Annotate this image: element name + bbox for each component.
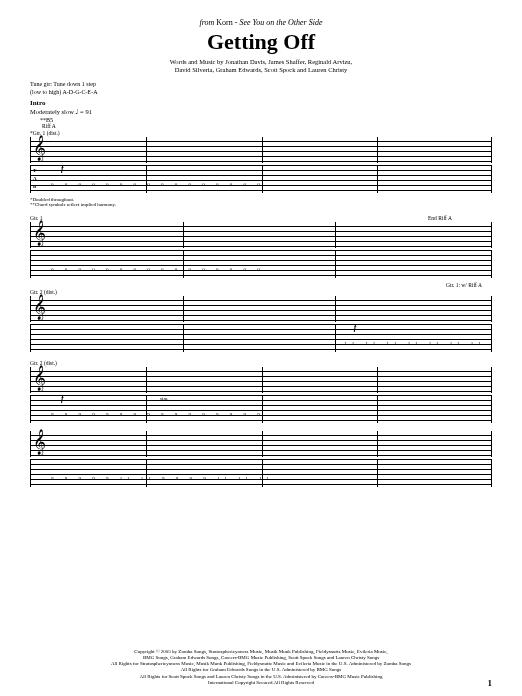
credits-line-2: David Silveria, Graham Edwards, Scott Sp… [30, 66, 492, 74]
sheet-music-page: from Korn - See You on the Other Side Ge… [0, 0, 522, 696]
footnote-2: **Chord symbols reflect implied harmony. [30, 202, 492, 207]
credits-line-1: Words and Music by Jonathan Davis, James… [30, 58, 492, 66]
tab-clef: T A B [33, 167, 37, 191]
treble-clef-icon: 𝄞 [33, 429, 46, 455]
tab-staff-4: 9 9 9 9 9 11 11 9 9 9 9 11 11 11 [30, 459, 492, 487]
notation-staff-3: 𝄞 f sim. [30, 367, 492, 393]
system-2: Gtr. 1 End Riff A 𝄞 0 0 0 0 0 0 0 0 0 0 … [30, 215, 492, 352]
source-line: from Korn - See You on the Other Side [30, 18, 492, 27]
gtr2-label: Gtr. 2 (dist.) [30, 289, 492, 295]
credits: Words and Music by Jonathan Davis, James… [30, 58, 492, 75]
tab-staff-2a: 0 0 0 0 0 0 0 0 0 0 0 0 0 0 0 0 [30, 250, 492, 278]
header: from Korn - See You on the Other Side Ge… [30, 18, 492, 75]
treble-clef-icon: 𝄞 [33, 135, 46, 161]
system-3: Gtr. 2 (dist.) 𝄞 f sim. 9 9 9 9 9 9 9 9 … [30, 360, 492, 423]
tab-numbers-1: 0 0 0 0 0 0 0 0 0 0 0 0 0 0 0 0 [51, 182, 488, 187]
tab-numbers-2b: 11 11 11 11 11 11 11 11 11 11 11 11 [344, 341, 488, 346]
tuning-line-1: Tune gtr: Tune down 1 step [30, 81, 492, 89]
copyright-l6: International Copyright Secured All Righ… [30, 680, 492, 686]
gtr2-label-2: Gtr. 2 (dist.) [30, 360, 492, 366]
notation-staff-2b: 𝄞 f [30, 296, 492, 322]
tempo-marking: Moderately slow ♩ = 91 [30, 108, 492, 116]
tab-staff-1: T A B 0 0 0 0 0 0 0 0 0 0 0 0 0 0 0 0 [30, 165, 492, 193]
notation-staff-4: 𝄞 [30, 431, 492, 457]
footnotes: *Doubled throughout. **Chord symbols ref… [30, 197, 492, 207]
riff-a-label: Riff A [30, 123, 492, 129]
copyright-block: Copyright © 2005 by Zomba Songs, Stratos… [30, 649, 492, 687]
album-name: See You on the Other Side [239, 18, 322, 27]
system-1: Riff A *Gtr. 1 (dist.) 𝄞 f T A B 0 0 0 0… [30, 123, 492, 207]
tab-staff-2b: 11 11 11 11 11 11 11 11 11 11 11 11 [30, 324, 492, 352]
treble-clef-icon: 𝄞 [33, 365, 46, 391]
treble-clef-icon: 𝄞 [33, 220, 46, 246]
song-title: Getting Off [30, 29, 492, 55]
tuning-line-2: (low to high) A-D-G-C-E-A [30, 89, 492, 97]
treble-clef-icon: 𝄞 [33, 294, 46, 320]
tuning-notes: Tune gtr: Tune down 1 step (low to high)… [30, 81, 492, 97]
gtr1-wriff-label: Gtr. 1: w/ Riff A [30, 282, 482, 288]
page-number: 1 [488, 678, 493, 688]
tab-numbers-4: 9 9 9 9 9 11 11 9 9 9 9 11 11 11 [51, 476, 488, 481]
tab-numbers-2a: 0 0 0 0 0 0 0 0 0 0 0 0 0 0 0 0 [51, 267, 488, 272]
end-riff-a: End Riff A [428, 215, 452, 222]
section-intro: Intro [30, 99, 492, 107]
artist-name: Korn [216, 18, 232, 27]
system-4: 𝄞 9 9 9 9 9 11 11 9 9 9 9 11 11 11 [30, 431, 492, 487]
notation-staff-1: 𝄞 f [30, 137, 492, 163]
notation-staff-2a: 𝄞 [30, 222, 492, 248]
gtr1-label: *Gtr. 1 (dist.) [30, 130, 492, 136]
from-prefix: from [200, 18, 217, 27]
tab-numbers-3: 9 9 9 9 9 9 9 9 9 9 9 9 9 9 9 9 [51, 412, 488, 417]
tab-staff-3: 9 9 9 9 9 9 9 9 9 9 9 9 9 9 9 9 [30, 395, 492, 423]
